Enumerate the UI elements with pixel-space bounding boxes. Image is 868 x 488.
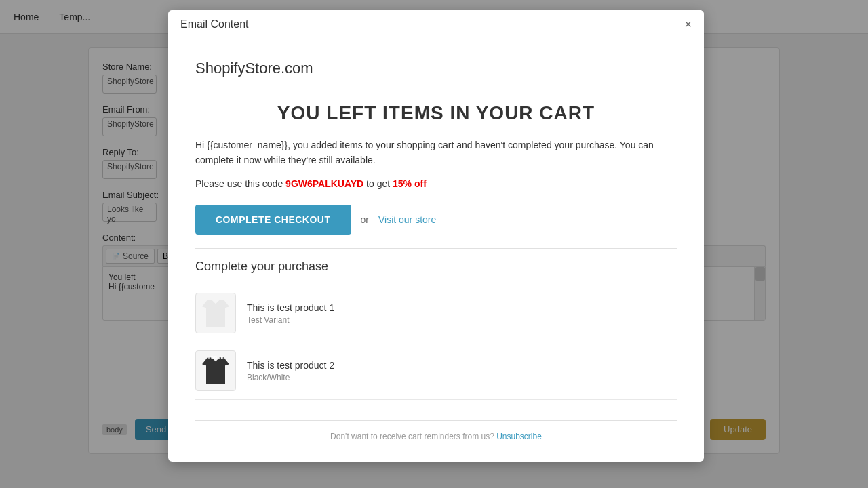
- email-heading: YOU LEFT ITEMS IN YOUR CART: [195, 102, 677, 124]
- vogue-label: VOGUE: [208, 355, 224, 359]
- email-body-text2: Please use this code 9GW6PALKUAYD to get…: [195, 176, 677, 191]
- body-text2-prefix: Please use this code: [195, 178, 285, 189]
- modal-header: Email Content ×: [168, 10, 704, 39]
- email-content-modal: Email Content × ShopifyStore.com YOU LEF…: [168, 10, 704, 462]
- product-2-name: This is test product 2: [247, 360, 334, 371]
- modal-close-button[interactable]: ×: [684, 18, 692, 30]
- product-2-image: VOGUE: [199, 354, 233, 388]
- product-2-shirt: [202, 357, 229, 384]
- product-1-info: This is test product 1 Test Variant: [247, 302, 334, 325]
- section-title: Complete your purchase: [195, 260, 677, 274]
- discount-code: 9GW6PALKUAYD: [285, 178, 363, 189]
- product-1-image: [202, 300, 229, 327]
- footer-text: Don't want to receive cart reminders fro…: [330, 432, 494, 441]
- email-store-name: ShopifyStore.com: [195, 60, 677, 77]
- modal-body: ShopifyStore.com YOU LEFT ITEMS IN YOUR …: [168, 39, 704, 462]
- top-divider: [195, 91, 677, 92]
- unsubscribe-link[interactable]: Unsubscribe: [496, 432, 542, 441]
- product-1-thumbnail: [195, 293, 236, 333]
- product-2-info: This is test product 2 Black/White: [247, 360, 334, 382]
- email-body-text1: Hi {{customer_name}}, you added items to…: [195, 138, 677, 168]
- product-1-variant: Test Variant: [247, 315, 334, 325]
- email-footer: Don't want to receive cart reminders fro…: [195, 420, 677, 441]
- checkout-button[interactable]: COMPLETE CHECKOUT: [195, 205, 351, 235]
- product-1-name: This is test product 1: [247, 302, 334, 313]
- product-item-2: VOGUE This is test product 2 Black/White: [195, 342, 677, 400]
- discount-percent: 15% off: [393, 178, 427, 189]
- product-2-variant: Black/White: [247, 373, 334, 382]
- cta-row: COMPLETE CHECKOUT or Visit our store: [195, 205, 677, 235]
- middle-divider: [195, 248, 677, 249]
- or-text: or: [361, 214, 369, 225]
- product-2-thumbnail: VOGUE: [195, 350, 236, 391]
- modal-title: Email Content: [180, 18, 249, 30]
- body-text2-suffix: to get: [363, 178, 393, 189]
- visit-store-link[interactable]: Visit our store: [378, 214, 436, 225]
- product-item-1: This is test product 1 Test Variant: [195, 285, 677, 342]
